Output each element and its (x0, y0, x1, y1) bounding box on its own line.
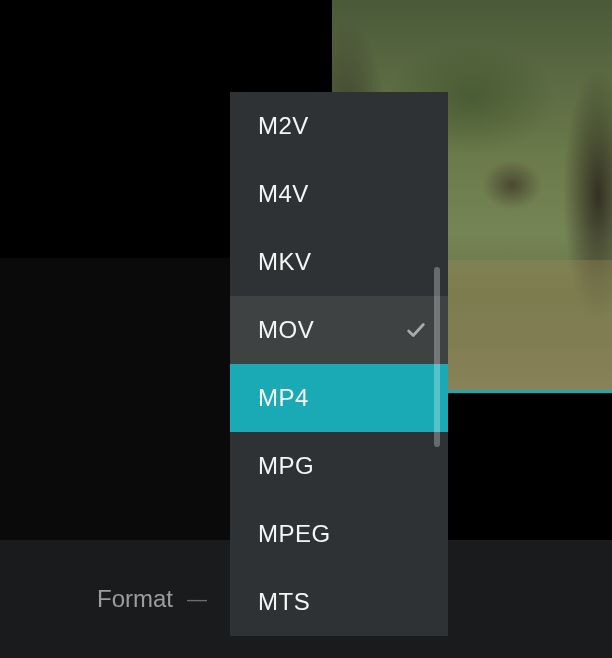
format-option-label: MKV (258, 248, 312, 276)
format-value-dash: — (187, 588, 207, 611)
format-option-label: M2V (258, 112, 309, 140)
format-option-label: MPG (258, 452, 314, 480)
format-option-label: MOV (258, 316, 314, 344)
format-option-mts[interactable]: MTS (230, 568, 448, 636)
check-icon (404, 318, 428, 342)
format-option-label: MPEG (258, 520, 331, 548)
scrollbar-thumb[interactable] (434, 267, 440, 447)
format-option-label: M4V (258, 180, 309, 208)
format-option-m4v[interactable]: M4V (230, 160, 448, 228)
format-option-m2v[interactable]: M2V (230, 92, 448, 160)
format-option-label: MP4 (258, 384, 309, 412)
format-option-mp4[interactable]: MP4 (230, 364, 448, 432)
format-dropdown[interactable]: M2VM4VMKVMOVMP4MPGMPEGMTS (230, 92, 448, 636)
format-option-mpeg[interactable]: MPEG (230, 500, 448, 568)
format-option-mov[interactable]: MOV (230, 296, 448, 364)
format-option-label: MTS (258, 588, 310, 616)
format-label: Format (97, 585, 173, 613)
format-option-mpg[interactable]: MPG (230, 432, 448, 500)
format-option-mkv[interactable]: MKV (230, 228, 448, 296)
video-content (482, 160, 542, 210)
